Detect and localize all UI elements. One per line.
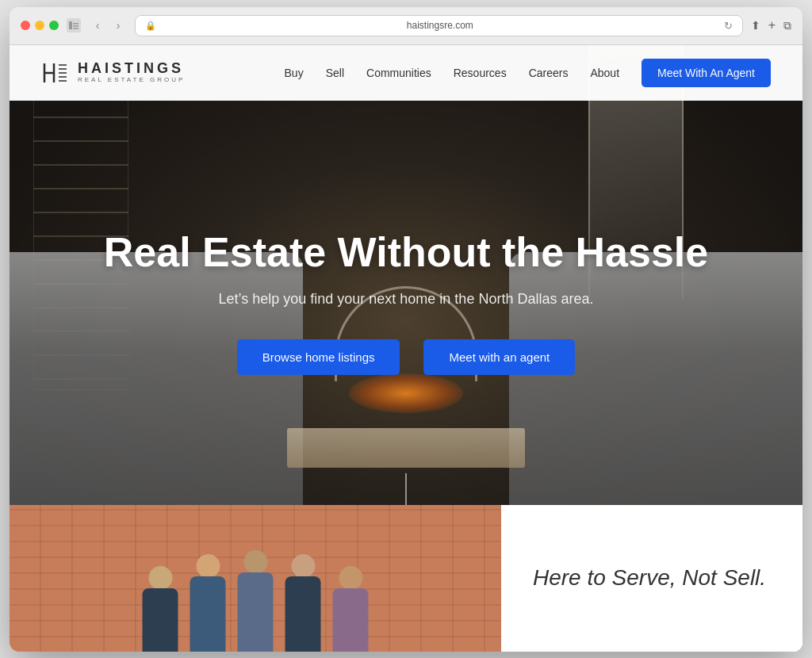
svg-rect-0: [69, 21, 72, 29]
traffic-lights: [21, 21, 59, 30]
minimize-button[interactable]: [35, 21, 44, 30]
hero-subtitle: Let’s help you find your next home in th…: [219, 291, 594, 308]
hero-section: Real Estate Without the Hassle Let’s hel…: [10, 45, 802, 505]
browser-window: ‹ › 🔒 haistingsre.com ↻ ⬆ + ⧉: [10, 7, 802, 652]
figure-body: [143, 588, 178, 652]
nav-sell[interactable]: Sell: [326, 67, 344, 79]
back-arrow-icon[interactable]: ‹: [89, 17, 106, 34]
nav-about[interactable]: About: [590, 67, 619, 79]
logo-tagline: REAL ESTATE GROUP: [78, 75, 185, 84]
figure-body: [285, 576, 321, 652]
browse-listings-button[interactable]: Browse home listings: [237, 339, 400, 375]
svg-rect-2: [73, 25, 79, 27]
nav-resources[interactable]: Resources: [454, 67, 507, 79]
hero-content: Real Estate Without the Hassle Let’s hel…: [10, 45, 802, 505]
nav-arrows: ‹ ›: [89, 17, 127, 34]
team-member-1: [139, 566, 182, 652]
logo[interactable]: HAISTINGS REAL ESTATE GROUP: [41, 59, 185, 87]
tabs-icon[interactable]: ⧉: [783, 19, 791, 33]
figure-body: [190, 576, 226, 652]
team-text-area: Here to Serve, Not Sell.: [501, 505, 802, 652]
forward-arrow-icon[interactable]: ›: [109, 17, 127, 34]
figure-head: [243, 550, 267, 574]
maximize-button[interactable]: [49, 21, 59, 30]
nav-communities[interactable]: Communities: [366, 67, 431, 79]
below-fold-section: Here to Serve, Not Sell.: [10, 505, 802, 652]
svg-rect-3: [73, 28, 79, 29]
figure-head: [291, 554, 315, 578]
logo-text: HAISTINGS REAL ESTATE GROUP: [78, 61, 185, 84]
team-photo: [10, 505, 501, 652]
nav-careers[interactable]: Careers: [529, 67, 569, 79]
nav-buy[interactable]: Buy: [285, 67, 304, 79]
figure-head: [339, 566, 362, 590]
share-icon[interactable]: ⬆: [751, 19, 760, 32]
figure-head: [196, 554, 220, 578]
new-tab-icon[interactable]: +: [768, 18, 776, 33]
website-content: HAISTINGS REAL ESTATE GROUP Buy Sell Com…: [10, 45, 802, 652]
sidebar-toggle-icon[interactable]: [67, 18, 81, 33]
logo-name: HAISTINGS: [78, 61, 185, 75]
serve-tagline: Here to Serve, Not Sell.: [533, 565, 766, 591]
team-member-4: [282, 554, 325, 652]
team-member-3: [234, 550, 278, 652]
team-figures: [139, 550, 373, 652]
site-wrapper: HAISTINGS REAL ESTATE GROUP Buy Sell Com…: [10, 45, 802, 652]
hero-title: Real Estate Without the Hassle: [104, 230, 708, 275]
lock-icon: 🔒: [145, 21, 156, 31]
figure-body: [238, 572, 274, 652]
hero-buttons: Browse home listings Meet with an agent: [237, 339, 575, 375]
site-nav: HAISTINGS REAL ESTATE GROUP Buy Sell Com…: [10, 45, 802, 101]
browser-controls: ‹ › 🔒 haistingsre.com ↻ ⬆ + ⧉: [21, 15, 791, 36]
meet-agent-button[interactable]: Meet with an agent: [423, 339, 575, 375]
nav-cta-button[interactable]: Meet With An Agent: [642, 59, 771, 87]
figure-body: [333, 588, 369, 652]
figure-head: [148, 566, 172, 590]
browser-chrome: ‹ › 🔒 haistingsre.com ↻ ⬆ + ⧉: [10, 7, 802, 45]
logo-icon: [41, 59, 70, 87]
team-member-2: [186, 554, 230, 652]
close-button[interactable]: [21, 21, 30, 30]
refresh-icon[interactable]: ↻: [724, 20, 733, 32]
nav-links: Buy Sell Communities Resources Careers A…: [285, 59, 771, 87]
url-display: haistingsre.com: [163, 20, 718, 31]
browser-actions: ⬆ + ⧉: [751, 18, 791, 33]
svg-rect-1: [73, 23, 79, 25]
team-member-5: [329, 566, 373, 652]
address-bar[interactable]: 🔒 haistingsre.com ↻: [135, 15, 743, 36]
